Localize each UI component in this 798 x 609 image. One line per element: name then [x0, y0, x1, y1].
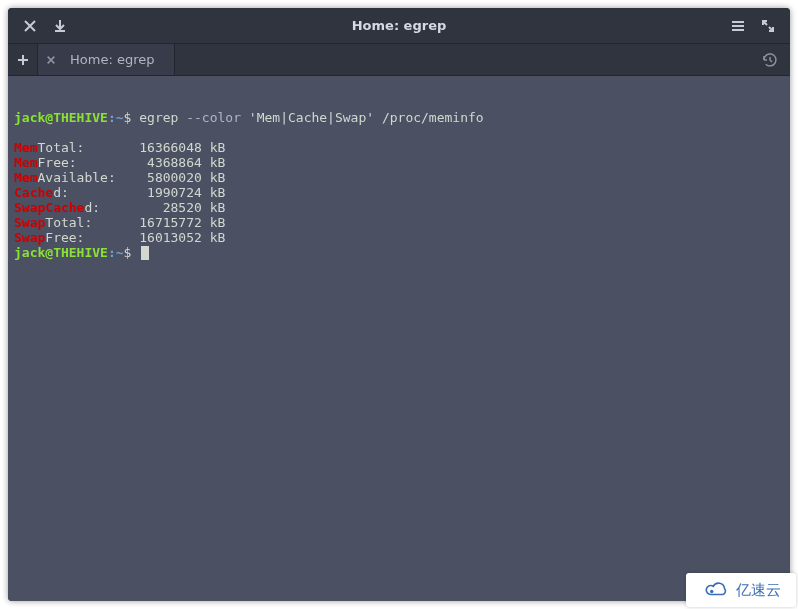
output-line: MemAvailable: 5800020 kB — [14, 170, 784, 185]
window-title: Home: egrep — [8, 18, 790, 33]
output-line: Cached: 1990724 kB — [14, 185, 784, 200]
download-icon[interactable] — [52, 18, 68, 34]
tab-close-icon[interactable] — [44, 53, 58, 67]
titlebar: Home: egrep — [8, 8, 790, 44]
tab-home-egrep[interactable]: Home: egrep — [38, 44, 175, 75]
history-icon[interactable] — [758, 44, 782, 75]
titlebar-left-controls — [8, 18, 68, 34]
output-line: SwapTotal: 16715772 kB — [14, 215, 784, 230]
output-line: MemTotal: 16366048 kB — [14, 140, 784, 155]
terminal-window: Home: egrep Home: egrep jack@TH — [8, 8, 790, 601]
titlebar-right-controls — [730, 18, 790, 34]
output-line: SwapCached: 28520 kB — [14, 200, 784, 215]
tab-label: Home: egrep — [66, 52, 164, 67]
menu-icon[interactable] — [730, 18, 746, 34]
cursor — [141, 246, 149, 260]
prompt-line-2: jack@THEHIVE:~$ — [14, 245, 784, 260]
prompt-line-1: jack@THEHIVE:~$ egrep --color 'Mem|Cache… — [14, 110, 784, 125]
fullscreen-icon[interactable] — [760, 18, 776, 34]
output-line: MemFree: 4368864 kB — [14, 155, 784, 170]
terminal-body[interactable]: jack@THEHIVE:~$ egrep --color 'Mem|Cache… — [8, 76, 790, 601]
command-output: MemTotal: 16366048 kBMemFree: 4368864 kB… — [14, 140, 784, 245]
close-icon[interactable] — [22, 18, 38, 34]
output-line: SwapFree: 16013052 kB — [14, 230, 784, 245]
tabbar: Home: egrep — [8, 44, 790, 76]
new-tab-button[interactable] — [8, 44, 38, 75]
